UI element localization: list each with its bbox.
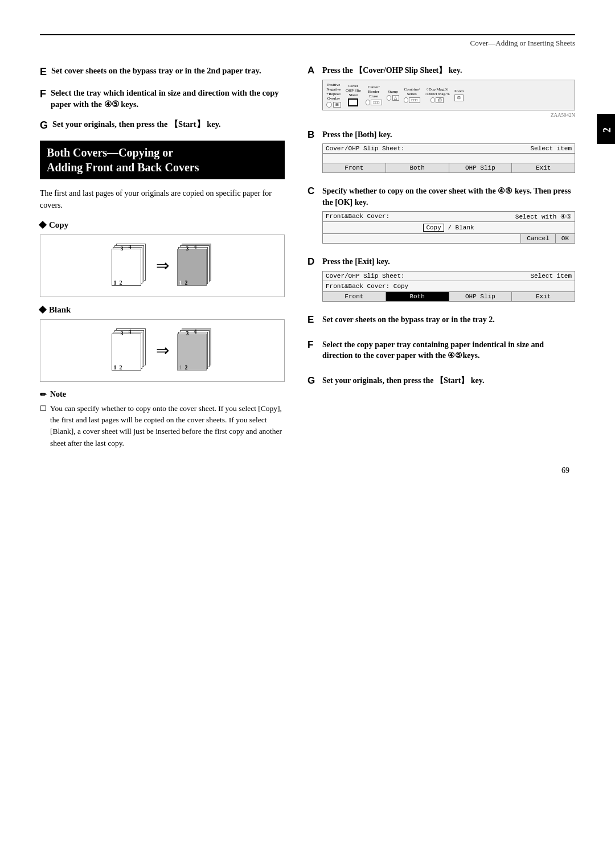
exit-panel-buttons: Front Both OHP Slip Exit: [323, 291, 575, 301]
right-step-e: E Set cover sheets on the bypass tray or…: [308, 314, 575, 329]
exit-panel: Cover/OHP Slip Sheet: Select item Front&…: [322, 271, 575, 302]
copy-arrow: ⇒: [156, 256, 169, 275]
step-text-e-top: Set cover sheets on the bypass tray or i…: [51, 65, 261, 76]
right-step-text-c: Specify whether to copy on the cover she…: [322, 186, 575, 208]
fb-title: Front&Back Cover:: [326, 213, 390, 220]
pencil-icon: ✏: [40, 390, 47, 400]
fb-btn-row: Cancel OK: [323, 233, 575, 243]
right-step-num-f: F: [308, 339, 318, 351]
right-step-num-g: G: [308, 375, 318, 386]
right-step-num-d: D: [308, 256, 318, 268]
blank-label: Blank: [40, 305, 285, 315]
exit-panel-title-row: Cover/OHP Slip Sheet: Select item: [323, 271, 575, 281]
both-panel-btn-both[interactable]: Both: [386, 163, 449, 172]
blank-section: Blank 1 3 4 2 ⇒: [40, 305, 285, 382]
icon-group-combine: Combine/Series □□□: [404, 87, 420, 103]
side-tab: 2: [597, 114, 615, 144]
note-header: ✏ Note: [40, 390, 285, 400]
note-text: You can specify whether to copy onto the…: [50, 403, 285, 449]
right-step-c: C Specify whether to copy on the cover s…: [308, 186, 575, 246]
both-panel-btn-exit[interactable]: Exit: [512, 163, 575, 172]
checkbox-icon: ☐: [40, 404, 47, 413]
section-heading-line2: Adding Front and Back Covers: [47, 160, 278, 175]
icon-panel: PositiveNegative+Repeat/Overlay ⊞ CoverO…: [322, 80, 575, 110]
header-rule: [40, 34, 575, 35]
step-num-g-top: G: [40, 118, 48, 133]
page-number: 69: [40, 466, 575, 475]
right-step-num-a: A: [308, 65, 318, 76]
fb-cancel-btn[interactable]: Cancel: [520, 234, 555, 243]
exit-panel-select-item: Select item: [530, 273, 572, 279]
icon-group-1: PositiveNegative+Repeat/Overlay ⊞: [326, 83, 341, 108]
right-step-content-b: Press the [Both] key. Cover/OHP Slip She…: [322, 129, 575, 176]
fb-ok-btn[interactable]: OK: [555, 234, 575, 243]
step-num-e-top: E: [40, 65, 47, 79]
step-e-top: E Set cover sheets on the bypass tray or…: [40, 65, 285, 79]
right-column: A Press the 【Cover/OHP Slip Sheet】 key. …: [308, 65, 575, 449]
both-panel-select-item: Select item: [530, 145, 572, 152]
step-text-g-top: Set your originals, then press the 【Star…: [52, 118, 221, 130]
icon-group-zoom: Zoom ⊡: [454, 89, 464, 101]
right-step-g: G Set your originals, then press the 【St…: [308, 375, 575, 390]
right-step-d: D Press the [Exit] key. Cover/OHP Slip S…: [308, 256, 575, 304]
exit-panel-btn-both[interactable]: Both: [386, 292, 449, 301]
section-desc: The first and last pages of your origina…: [40, 187, 285, 211]
icon-group-stamp: Stamp △: [387, 89, 399, 101]
right-step-b: B Press the [Both] key. Cover/OHP Slip S…: [308, 129, 575, 176]
right-step-text-f: Select the copy paper tray containing pa…: [322, 339, 575, 361]
copy-diagram: 1 3 4 2 ⇒: [40, 235, 285, 297]
front-back-panel: Front&Back Cover: Select with ④⑤ Copy / …: [322, 211, 575, 244]
copy-label: Copy: [40, 220, 285, 230]
left-column: E Set cover sheets on the bypass tray or…: [40, 65, 285, 449]
page-container: 2 Cover—Adding or Inserting Sheets E Set…: [0, 0, 615, 868]
right-step-content-a: Press the 【Cover/OHP Slip Sheet】 key. Po…: [322, 65, 575, 119]
right-step-num-b: B: [308, 129, 318, 141]
icon-label-stamp: Stamp: [388, 89, 398, 94]
copy-section: Copy 1 3 4: [40, 220, 285, 297]
header-title: Cover—Adding or Inserting Sheets: [40, 39, 575, 48]
note-section: ✏ Note ☐ You can specify whether to copy…: [40, 390, 285, 449]
icon-label-dup: ○Dup Mag.%○Direct Mag.%: [425, 87, 450, 96]
both-panel-title: Cover/OHP Slip Sheet:: [326, 145, 405, 152]
note-label: Note: [50, 390, 66, 399]
both-panel-buttons: Front Both OHP Slip Exit: [323, 163, 575, 172]
right-step-text-b: Press the [Both] key.: [322, 129, 575, 141]
copy-stack-left: 1 3 4 2: [112, 244, 148, 288]
blank-stack-right: 1 3 4 2: [177, 328, 214, 373]
fb-copy-option: Copy: [423, 224, 444, 232]
zaa-code: ZAA5042N: [322, 112, 575, 118]
right-step-text-g: Set your originals, then press the 【Star…: [322, 375, 485, 386]
main-content: E Set cover sheets on the bypass tray or…: [40, 65, 575, 449]
blank-arrow: ⇒: [156, 341, 169, 360]
icon-group-cover: CoverOHP SlipSheet: [346, 84, 361, 106]
step-text-f-top: Select the tray which identical in size …: [51, 87, 285, 110]
right-step-text-e: Set cover sheets on the bypass tray or i…: [322, 314, 495, 326]
right-step-num-c: C: [308, 186, 318, 197]
right-step-content-c: Specify whether to copy on the cover she…: [322, 186, 575, 246]
right-step-text-a: Press the 【Cover/OHP Slip Sheet】 key.: [322, 65, 575, 76]
both-panel-spacer: [323, 154, 575, 163]
step-f-top: F Select the tray which identical in siz…: [40, 87, 285, 110]
exit-panel-btn-ohp[interactable]: OHP Slip: [449, 292, 512, 301]
both-panel: Cover/OHP Slip Sheet: Select item Front …: [322, 143, 575, 173]
icon-label-center: Center/BorderErase: [368, 85, 380, 98]
blank-diagram: 1 3 4 2 ⇒ 1 3 4: [40, 319, 285, 382]
diamond-icon-copy: [39, 221, 47, 229]
icon-label-combine: Combine/Series: [404, 87, 420, 96]
both-panel-btn-front[interactable]: Front: [323, 163, 386, 172]
right-step-f: F Select the copy paper tray containing …: [308, 339, 575, 365]
icon-label-cover: CoverOHP SlipSheet: [346, 84, 361, 97]
exit-panel-title: Cover/OHP Slip Sheet:: [326, 273, 405, 279]
fb-separator: / Blank: [448, 224, 474, 231]
exit-panel-btn-front[interactable]: Front: [323, 292, 386, 301]
exit-panel-btn-exit[interactable]: Exit: [512, 292, 575, 301]
fb-select-hint: Select with ④⑤: [515, 213, 572, 220]
blank-stack-left: 1 3 4 2: [112, 328, 148, 373]
both-panel-btn-ohp[interactable]: OHP Slip: [449, 163, 512, 172]
icon-group-center: Center/BorderErase □□□: [366, 85, 382, 105]
diamond-icon-blank: [39, 306, 47, 314]
icon-label-1: PositiveNegative+Repeat/Overlay: [326, 83, 341, 101]
section-heading-line1: Both Covers—Copying or: [47, 145, 278, 160]
step-num-f-top: F: [40, 87, 46, 101]
right-step-text-d: Press the [Exit] key.: [322, 256, 575, 268]
